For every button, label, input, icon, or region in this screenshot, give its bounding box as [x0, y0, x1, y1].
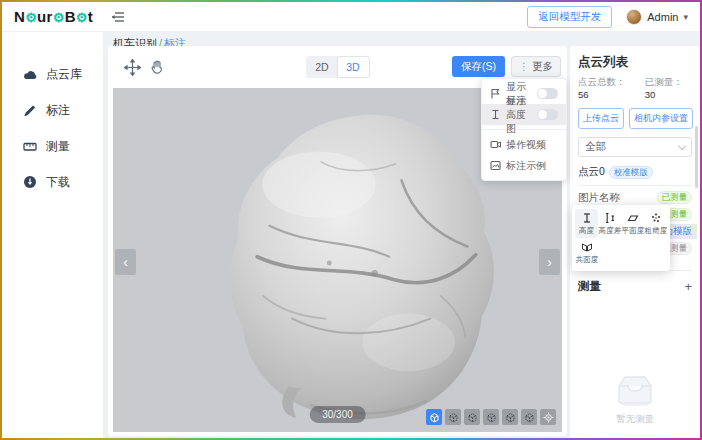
sidebar-item-label: 下载	[46, 174, 70, 191]
roughness-icon	[650, 212, 662, 224]
toolbar-actions: 保存(S) ⋮更多	[452, 56, 561, 77]
show-heightmap-toggle[interactable]	[537, 109, 558, 120]
video-icon	[490, 139, 501, 150]
more-dropdown-menu: 显示标注 显示高度图 操作视频 标注示例	[481, 78, 567, 181]
logo: N⚙ur⚙B⚙t	[2, 8, 103, 25]
height-map-icon	[490, 109, 501, 120]
pointcloud-panel: 点云列表 点云总数：56 已测量：30 上传点云 相机内参设置 全部 点云0 校…	[570, 46, 700, 438]
ruler-icon	[23, 140, 37, 153]
image-name: 图片名称	[578, 191, 620, 205]
filter-select[interactable]: 全部	[578, 137, 692, 157]
pointcloud-stats: 点云总数：56 已测量：30	[578, 76, 692, 100]
next-image-button[interactable]: ›	[539, 249, 560, 275]
top-bar: N⚙ur⚙B⚙t 返回模型开发 Admin ▾	[2, 2, 700, 32]
chevron-down-icon	[678, 141, 686, 149]
logo-text: B	[65, 8, 76, 25]
divider	[578, 185, 692, 186]
view-top-button[interactable]	[445, 409, 461, 425]
measure-section-header: 测量 +	[578, 270, 692, 294]
avatar[interactable]	[626, 9, 642, 25]
gear-icon: ⚙	[76, 10, 88, 25]
measure-title: 测量	[578, 279, 601, 294]
empty-text: 暂无测量	[570, 413, 700, 426]
gradient-frame: N⚙ur⚙B⚙t 返回模型开发 Admin ▾ 点云库 标注 测量 下载	[0, 0, 702, 440]
sidebar-item-label: 点云库	[46, 66, 82, 83]
measured-status-badge: 已测量	[657, 191, 693, 204]
download-icon	[23, 175, 37, 189]
empty-inbox-icon	[611, 374, 659, 406]
panel-actions: 上传点云 相机内参设置	[578, 108, 692, 129]
height-diff-icon	[604, 212, 616, 224]
sidebar: 点云库 标注 测量 下载	[2, 32, 104, 438]
tool-height-difference[interactable]: 高度差	[598, 209, 621, 238]
prev-image-button[interactable]: ‹	[115, 249, 136, 275]
logo-text: N	[14, 8, 25, 25]
template-tag: 校准模版	[609, 166, 653, 179]
upload-pointcloud-button[interactable]: 上传点云	[578, 108, 624, 129]
sidebar-item-pointcloud-library[interactable]: 点云库	[2, 56, 103, 92]
measure-tools-popup: 高度 高度差 平面度 粗糙度	[572, 205, 670, 271]
camera-intrinsics-button[interactable]: 相机内参设置	[629, 108, 693, 129]
more-label: 更多	[532, 60, 553, 74]
total-stat: 点云总数：56	[578, 76, 635, 100]
image-list-item[interactable]: 图片名称 已测量	[578, 190, 692, 205]
logo-text: ur	[37, 8, 53, 25]
hand-drag-icon[interactable]	[149, 59, 165, 75]
pointcloud-group-row[interactable]: 点云0 校准模版	[578, 165, 692, 179]
view-back-button[interactable]	[502, 409, 518, 425]
view-cube-toolbar	[426, 409, 556, 425]
sidebar-item-download[interactable]: 下载	[2, 164, 103, 200]
measured-stat: 已测量：30	[645, 76, 692, 100]
app-window: N⚙ur⚙B⚙t 返回模型开发 Admin ▾ 点云库 标注 测量 下载	[2, 2, 700, 438]
menu-item-show-heightmap[interactable]: 显示高度图	[482, 104, 566, 125]
show-annotations-toggle[interactable]	[537, 88, 558, 99]
flag-icon	[490, 88, 501, 99]
more-button[interactable]: ⋮更多	[511, 56, 561, 77]
mode-3d-button[interactable]: 3D	[338, 57, 369, 77]
vertical-dots-icon: ⋮	[519, 61, 529, 72]
tool-height[interactable]: 高度	[575, 209, 598, 238]
sidebar-item-label: 标注	[46, 102, 70, 119]
height-icon	[581, 212, 593, 224]
panel-scrollbar[interactable]	[695, 126, 698, 188]
coplanarity-icon	[581, 241, 593, 253]
gear-icon: ⚙	[53, 10, 65, 25]
save-button[interactable]: 保存(S)	[452, 56, 505, 77]
locate-center-button[interactable]	[540, 409, 556, 425]
cloud-icon	[23, 68, 37, 81]
chevron-down-icon: ▾	[683, 12, 688, 22]
tool-flatness[interactable]: 平面度	[621, 209, 644, 238]
view-mode-switcher: 2D 3D	[306, 56, 370, 78]
view-default-button[interactable]	[426, 409, 442, 425]
tool-roughness[interactable]: 粗糙度	[644, 209, 667, 238]
filter-value: 全部	[585, 140, 606, 154]
user-name: Admin	[647, 11, 678, 23]
pan-move-icon[interactable]	[124, 59, 141, 76]
main-area: 机车识别/标注 2D 3D 保存(S) ⋮更多	[105, 32, 700, 438]
pen-icon	[23, 104, 37, 117]
view-bottom-button[interactable]	[521, 409, 537, 425]
collapse-sidebar-icon[interactable]	[111, 11, 125, 23]
image-example-icon	[490, 160, 501, 171]
view-front-button[interactable]	[464, 409, 480, 425]
flatness-icon	[627, 212, 639, 224]
sidebar-item-annotate[interactable]: 标注	[2, 92, 103, 128]
add-measure-button[interactable]: +	[684, 282, 692, 292]
menu-item-tutorial-video[interactable]: 操作视频	[482, 134, 566, 155]
gear-icon: ⚙	[25, 10, 37, 25]
tooth-mesh-render	[197, 100, 507, 430]
panel-title: 点云列表	[578, 54, 692, 71]
view-side-button[interactable]	[483, 409, 499, 425]
sidebar-item-measure[interactable]: 测量	[2, 128, 103, 164]
logo-text: t	[88, 8, 93, 25]
back-to-model-dev-button[interactable]: 返回模型开发	[527, 6, 612, 28]
menu-item-annotation-example[interactable]: 标注示例	[482, 155, 566, 176]
sidebar-item-label: 测量	[46, 138, 70, 155]
empty-state: 暂无测量	[570, 374, 700, 426]
tool-coplanarity[interactable]: 共面度	[575, 238, 598, 267]
group-name: 点云0	[578, 165, 605, 179]
user-menu[interactable]: Admin ▾	[626, 9, 688, 25]
mode-2d-button[interactable]: 2D	[307, 57, 338, 77]
pagination-indicator: 30/300	[309, 406, 366, 423]
